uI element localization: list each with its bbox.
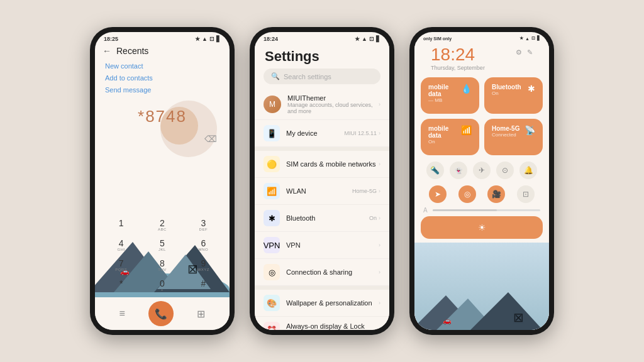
flashlight-icon-cc[interactable]: 🔦 — [426, 162, 444, 179]
status-bar-1: 18:25 ★ ▲ ⊡ ▋ — [95, 32, 230, 43]
aod-icon: ⏰ — [264, 322, 280, 330]
dialer-screen: ← Recents New contact Add to contacts Se… — [95, 43, 230, 330]
wallpaper-item[interactable]: 🎨 Wallpaper & personalization › — [255, 290, 389, 317]
delete-button[interactable]: ⌫ — [204, 134, 217, 144]
grid-icon[interactable]: ⊞ — [197, 308, 205, 320]
profile-item[interactable]: M MIUIThemer Manage accounts, cloud serv… — [255, 89, 389, 120]
cc-tile-grid: mobile data — MB 💧 Bluetooth On ✱ — [414, 75, 549, 159]
cc-tile-mobile-data-2[interactable]: mobile data On 📶 — [421, 119, 479, 155]
cc-tile-mobile-data[interactable]: mobile data — MB 💧 — [421, 77, 479, 114]
key-2[interactable]: 2ABC — [142, 216, 182, 234]
key-5[interactable]: 5JKL — [142, 236, 182, 255]
bluetooth-icon-cc: ✱ — [528, 84, 535, 94]
dialer-bg: *8748 ⌫ ⊠ 🚗 1 2A — [95, 101, 230, 330]
wlan-item[interactable]: 📶 WLAN Home-5G › — [255, 178, 389, 205]
cc-icons-row-2: ➤ ◎ 🎥 ⊡ — [414, 183, 549, 207]
call-button[interactable]: 📞 — [148, 301, 174, 326]
key-1[interactable]: 1 — [101, 216, 141, 234]
chevron-wallpaper: › — [379, 300, 380, 306]
status-icons-2: ★ ▲ ⊡ ▋ — [355, 36, 380, 42]
device-label: My device — [286, 129, 344, 137]
cc-tile-wifi[interactable]: Home-5G Connected 📡 — [484, 119, 543, 155]
key-6[interactable]: 6MNO — [184, 236, 223, 255]
settings-icon-cc[interactable]: ⚙ — [516, 48, 522, 57]
airplane-icon-cc[interactable]: ✈ — [473, 162, 491, 179]
target-icon-cc[interactable]: ◎ — [458, 185, 476, 203]
vpn-item[interactable]: VPN VPN › — [255, 232, 389, 259]
send-message-link[interactable]: Send message — [105, 86, 219, 94]
status-bar-2: 18:24 ★ ▲ ⊡ ▋ — [255, 32, 389, 43]
key-hash[interactable]: # — [184, 276, 223, 295]
chevron-vpn: › — [379, 242, 380, 248]
brightness-bar[interactable] — [433, 209, 540, 211]
status-text-3: only SIM only — [423, 36, 452, 41]
key-4[interactable]: 4GHI — [101, 236, 141, 255]
cc-top-icons: ⚙ ✎ — [507, 43, 541, 60]
sim-item[interactable]: 🟡 SIM cards & mobile networks › — [255, 151, 389, 178]
cc-icons-row-1: 🔦 👻 ✈ ⊙ 🔔 — [414, 159, 549, 183]
key-3[interactable]: 3DEF — [184, 216, 223, 234]
key-7[interactable]: 7PQRS — [101, 256, 141, 275]
dialer-header: ← Recents — [95, 43, 230, 60]
key-9[interactable]: 9WXYZ — [184, 256, 223, 275]
time-1: 18:25 — [104, 36, 118, 42]
status-bar-3: only SIM only ★ ▲ ⊡ ▋ — [414, 32, 549, 42]
device-value: MIUI 12.5.11 › — [344, 130, 380, 136]
cc-tile-bluetooth[interactable]: Bluetooth On ✱ — [484, 77, 543, 114]
wlan-value: Home-5G › — [352, 188, 380, 194]
key-8[interactable]: 8TUV — [142, 256, 182, 275]
wifi-icon-cc: 📡 — [525, 125, 535, 135]
connection-item[interactable]: ◎ Connection & sharing › — [255, 259, 389, 286]
dialer-links: New contact Add to contacts Send message — [95, 60, 230, 101]
focus-icon-cc[interactable]: ⊙ — [496, 162, 514, 179]
location-icon-cc[interactable]: ➤ — [429, 185, 447, 203]
aod-label: Always-on display & Lock screen — [286, 322, 379, 330]
settings-search-bar[interactable]: 🔍 Search settings — [264, 69, 380, 84]
keypad: 1 2ABC 3DEF 4GHI 5JKL 6MNO 7PQRS 8TUV 9W… — [95, 216, 230, 295]
cc-screen: 18:24 Thursday, September ⚙ ✎ mobile dat… — [414, 42, 549, 330]
bluetooth-item[interactable]: ✱ Bluetooth On › — [255, 205, 389, 232]
edit-icon-cc[interactable]: ✎ — [527, 48, 533, 57]
phone-dialer: 18:25 ★ ▲ ⊡ ▋ ← Recents New contact Add … — [90, 27, 235, 335]
vpn-label: VPN — [286, 241, 379, 249]
dialer-title: Recents — [116, 46, 148, 56]
key-star[interactable]: * — [101, 276, 141, 295]
chevron-sim: › — [379, 161, 380, 167]
dial-display: *8748 — [138, 107, 187, 126]
chevron-device: › — [379, 130, 380, 136]
phone-settings: 18:24 ★ ▲ ⊡ ▋ Settings 🔍 Search settings… — [250, 27, 394, 335]
new-contact-link[interactable]: New contact — [105, 62, 219, 70]
connection-label: Connection & sharing — [286, 268, 379, 276]
aod-item[interactable]: ⏰ Always-on display & Lock screen › — [255, 317, 389, 330]
back-button[interactable]: ← — [103, 46, 111, 56]
settings-list: M MIUIThemer Manage accounts, cloud serv… — [255, 89, 389, 330]
wlan-label: WLAN — [286, 187, 352, 195]
cc-bottom-tile[interactable]: ☀ — [421, 216, 543, 239]
sim-label: SIM cards & mobile networks — [286, 160, 379, 168]
sun-icon-cc: ☀ — [478, 222, 486, 233]
vpn-icon: VPN — [264, 237, 280, 253]
brightness-icon[interactable]: A — [423, 207, 428, 214]
menu-icon[interactable]: ≡ — [119, 308, 125, 319]
settings-screen: Settings 🔍 Search settings M MIUIThemer … — [255, 43, 389, 330]
chevron-wlan: › — [379, 188, 380, 194]
dialer-bottom-bar: ≡ 📞 ⊞ — [95, 297, 230, 330]
key-0[interactable]: 0+ — [142, 276, 182, 295]
bluetooth-icon: ✱ — [264, 210, 280, 226]
chevron-aod: › — [379, 327, 380, 330]
status-icons-3: ★ ▲ ⊡ ▋ — [519, 36, 540, 41]
cc-scene: ⊠ 🚗 — [414, 243, 549, 330]
my-device-item[interactable]: 📱 My device MIUI 12.5.11 › — [255, 120, 389, 147]
wlan-icon: 📶 — [264, 183, 280, 199]
camera-icon-cc[interactable]: 🎥 — [487, 185, 505, 203]
wallpaper-label: Wallpaper & personalization — [286, 299, 379, 307]
add-contact-link[interactable]: Add to contacts — [105, 74, 219, 82]
bell-icon-cc[interactable]: 🔔 — [519, 162, 537, 179]
ghost-icon-cc[interactable]: 👻 — [450, 162, 467, 179]
car-icon-3: 🚗 — [443, 317, 452, 325]
profile-sub: Manage accounts, cloud services, and mor… — [287, 102, 379, 114]
cast-icon-cc[interactable]: ⊡ — [517, 185, 535, 203]
cc-date: Thursday, September — [422, 65, 494, 75]
wallpaper-icon: 🎨 — [264, 295, 280, 311]
bluetooth-label: Bluetooth — [286, 214, 369, 222]
